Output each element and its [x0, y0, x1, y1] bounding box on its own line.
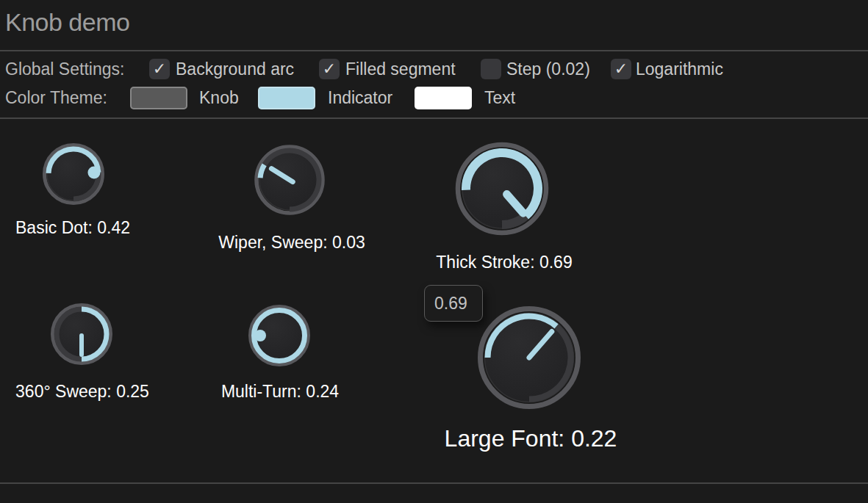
knob-label-large-font: Large Font: 0.22 [445, 425, 617, 452]
tooltip-value: 0.69 [434, 294, 467, 314]
knob-area: Basic Dot: 0.42Wiper, Sweep: 0.03Thick S… [0, 0, 868, 503]
knob-label-thick-stroke: Thick Stroke: 0.69 [436, 253, 572, 272]
separator-bottom [0, 482, 868, 484]
knob-multi-turn[interactable] [247, 303, 312, 368]
knob-thick-stroke[interactable] [453, 140, 550, 237]
knob-sweep-360[interactable] [49, 302, 114, 366]
knob-label-basic-dot: Basic Dot: 0.42 [15, 218, 130, 238]
knob-large-font[interactable] [476, 304, 583, 411]
knob-demo-window: { "window": { "title": "Knob demo" }, "i… [0, 0, 868, 503]
knob-label-wiper-sweep: Wiper, Sweep: 0.03 [218, 233, 365, 253]
knob-label-sweep-360: 360° Sweep: 0.25 [15, 382, 149, 402]
knob-label-multi-turn: Multi-Turn: 0.24 [221, 382, 339, 402]
knob-wiper-sweep[interactable] [253, 143, 326, 217]
value-tooltip: 0.69 [424, 285, 483, 322]
knob-basic-dot[interactable] [41, 142, 106, 206]
